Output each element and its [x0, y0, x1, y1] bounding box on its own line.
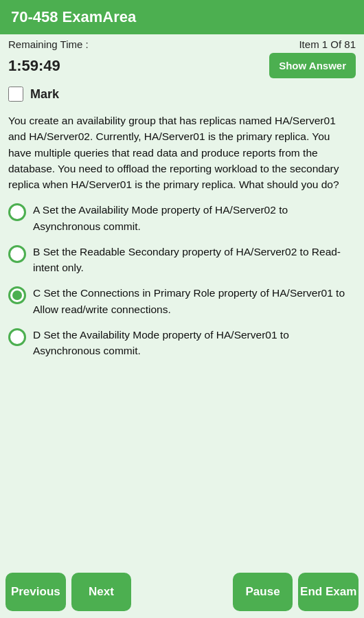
mark-row: Mark	[0, 84, 364, 107]
option-b-row[interactable]: B Set the Readable Secondary property of…	[8, 244, 356, 276]
item-label: Item 1 Of 81	[299, 38, 356, 50]
end-exam-button[interactable]: End Exam	[298, 573, 359, 611]
previous-button[interactable]: Previous	[5, 573, 66, 611]
option-a-radio[interactable]	[8, 203, 26, 221]
option-a-row[interactable]: A Set the Availability Mode property of …	[8, 202, 356, 234]
timer-value: 1:59:49	[8, 57, 60, 75]
timer-row: 1:59:49 Show Answer	[0, 52, 364, 84]
mark-label[interactable]: Mark	[30, 87, 59, 102]
option-d-row[interactable]: D Set the Availability Mode property of …	[8, 327, 356, 359]
question-text: You create an availability group that ha…	[8, 113, 356, 192]
option-c-row[interactable]: C Set the Connections in Primary Role pr…	[8, 285, 356, 317]
option-d-text: D Set the Availability Mode property of …	[33, 327, 356, 359]
option-c-text: C Set the Connections in Primary Role pr…	[33, 285, 356, 317]
mark-checkbox[interactable]	[8, 87, 23, 102]
app-header: 70-458 ExamArea	[0, 0, 364, 34]
bottom-nav: Previous Next Pause End Exam	[0, 566, 364, 618]
question-area: You create an availability group that ha…	[0, 107, 364, 566]
pause-button[interactable]: Pause	[233, 573, 293, 611]
show-answer-button[interactable]: Show Answer	[269, 53, 356, 78]
remaining-label: Remaining Time :	[8, 38, 89, 50]
next-button[interactable]: Next	[71, 573, 132, 611]
app-title: 70-458 ExamArea	[11, 8, 136, 26]
option-c-radio[interactable]	[8, 286, 26, 304]
option-a-text: A Set the Availability Mode property of …	[33, 202, 356, 234]
option-d-radio[interactable]	[8, 328, 26, 346]
option-b-text: B Set the Readable Secondary property of…	[33, 244, 356, 276]
sub-header: Remaining Time : Item 1 Of 81	[0, 34, 364, 52]
option-b-radio[interactable]	[8, 245, 26, 263]
